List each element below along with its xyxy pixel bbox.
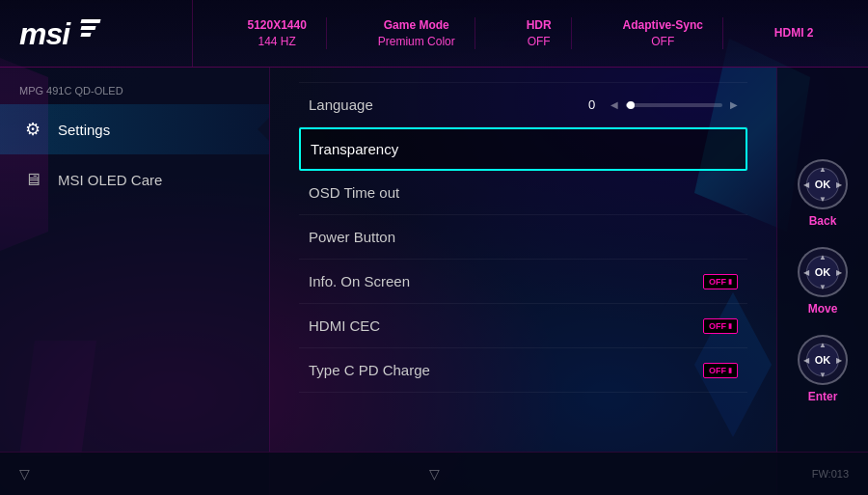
header-input: HDMI 2 bbox=[755, 25, 833, 41]
enter-button-circle[interactable]: ▲ ▼ ◀ ▶ OK bbox=[798, 335, 848, 385]
content-panel: Language 0 ◀ ▶ Transparency OSD Time out… bbox=[270, 68, 776, 495]
back-arrow-left-icon: ◀ bbox=[803, 180, 809, 189]
language-slider[interactable]: 0 ◀ ▶ bbox=[588, 97, 738, 112]
header-gamemode: Game Mode Premium Color bbox=[359, 17, 475, 50]
move-arrow-top-icon: ▲ bbox=[819, 253, 827, 261]
type-c-pd-badge: OFF bbox=[703, 363, 738, 378]
bottom-center-arrow-icon: ▽ bbox=[429, 466, 440, 481]
enter-arrow-left-icon: ◀ bbox=[803, 356, 809, 365]
move-button[interactable]: ▲ ▼ ◀ ▶ OK Move bbox=[798, 247, 848, 316]
menu-item-power-button[interactable]: Power Button bbox=[299, 215, 747, 260]
menu-item-type-c-pd[interactable]: Type C PD Charge OFF bbox=[299, 348, 747, 393]
main-area: MPG 491C QD-OLED ⚙ Settings 🖥 MSI OLED C… bbox=[0, 68, 868, 495]
header-hdr: HDR OFF bbox=[507, 17, 572, 50]
back-arrow-right-icon: ▶ bbox=[836, 180, 842, 189]
firmware-label: FW:013 bbox=[812, 468, 849, 480]
menu-item-language[interactable]: Language 0 ◀ ▶ bbox=[299, 82, 747, 127]
back-button-circle[interactable]: ▲ ▼ ◀ ▶ OK bbox=[798, 159, 848, 209]
logo-area: msi bbox=[0, 0, 193, 67]
slider-right-arrow: ▶ bbox=[730, 99, 738, 110]
slider-left-arrow: ◀ bbox=[610, 99, 618, 110]
monitor-icon: 🖥 bbox=[19, 166, 46, 193]
enter-arrow-top-icon: ▲ bbox=[819, 341, 827, 349]
menu-item-info-on-screen[interactable]: Info. On Screen OFF bbox=[299, 260, 747, 304]
move-button-circle[interactable]: ▲ ▼ ◀ ▶ OK bbox=[798, 247, 848, 297]
info-on-screen-badge: OFF bbox=[703, 274, 738, 289]
device-label: MPG 491C QD-OLED bbox=[0, 77, 269, 104]
hdmi-cec-badge: OFF bbox=[703, 318, 738, 334]
bottom-left-arrow-icon: ▽ bbox=[19, 466, 30, 481]
back-arrow-top-icon: ▲ bbox=[819, 165, 827, 174]
menu-item-osd-timeout[interactable]: OSD Time out bbox=[299, 171, 747, 215]
back-arrow-bottom-icon: ▼ bbox=[819, 195, 827, 204]
header-resolution: 5120X1440 144 HZ bbox=[228, 17, 326, 50]
move-arrow-bottom-icon: ▼ bbox=[819, 283, 827, 291]
sidebar: MPG 491C QD-OLED ⚙ Settings 🖥 MSI OLED C… bbox=[0, 68, 270, 495]
menu-item-transparency[interactable]: Transparency bbox=[299, 127, 747, 171]
right-controls-panel: ▲ ▼ ◀ ▶ OK Back ▲ ▼ ◀ ▶ OK Move bbox=[776, 68, 868, 495]
header-adaptive-sync: Adaptive-Sync OFF bbox=[604, 17, 723, 50]
enter-button[interactable]: ▲ ▼ ◀ ▶ OK Enter bbox=[798, 335, 848, 403]
menu-item-hdmi-cec[interactable]: HDMI CEC OFF bbox=[299, 304, 747, 348]
sidebar-item-msi-oled-care[interactable]: 🖥 MSI OLED Care bbox=[0, 154, 269, 205]
bottom-bar: ▽ ▽ FW:013 bbox=[0, 452, 868, 495]
enter-arrow-right-icon: ▶ bbox=[836, 356, 842, 365]
header-bar: msi 5120X1440 144 HZ Game Mode Premium C… bbox=[0, 0, 868, 68]
msi-logo: msi bbox=[19, 17, 100, 49]
move-arrow-right-icon: ▶ bbox=[836, 268, 842, 277]
sidebar-item-settings[interactable]: ⚙ Settings bbox=[0, 104, 269, 154]
settings-icon: ⚙ bbox=[19, 116, 46, 143]
slider-handle[interactable] bbox=[627, 101, 635, 109]
enter-arrow-bottom-icon: ▼ bbox=[819, 371, 827, 379]
slider-track[interactable] bbox=[626, 103, 722, 107]
back-button[interactable]: ▲ ▼ ◀ ▶ OK Back bbox=[798, 159, 848, 228]
header-info: 5120X1440 144 HZ Game Mode Premium Color… bbox=[193, 17, 868, 50]
move-arrow-left-icon: ◀ bbox=[803, 268, 809, 277]
logo-stripes-icon bbox=[81, 19, 100, 46]
